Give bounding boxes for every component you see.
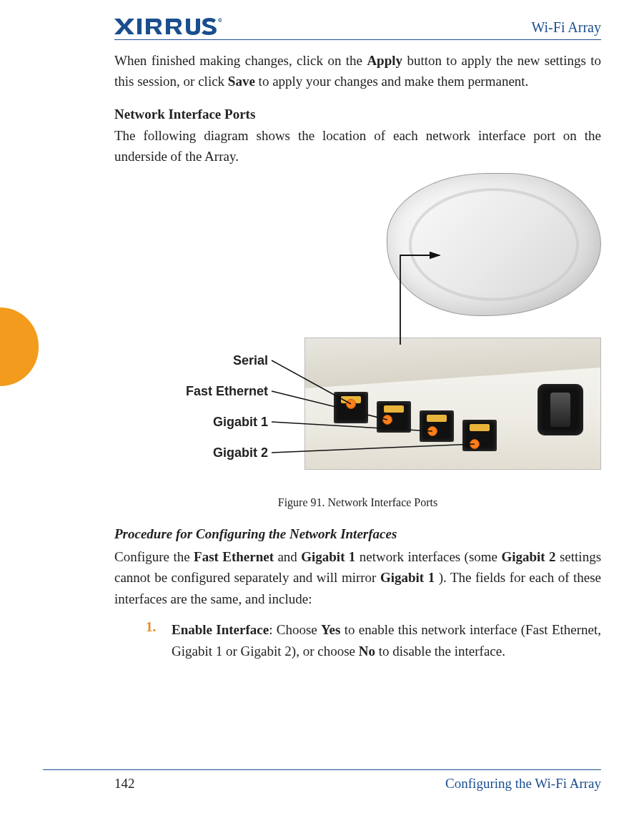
port-gigabit-2 [462,420,497,451]
text: and [277,549,301,564]
figure-caption: Figure 91. Network Interface Ports [114,496,601,509]
section-title: Configuring the Wi-Fi Array [445,776,601,792]
apply-label: Apply [367,53,402,68]
callout-dot-serial [346,399,356,409]
text-bold: Yes [321,622,340,637]
brand-logo: R [114,17,222,39]
text-bold: Gigabit 1 [380,570,435,585]
text: network interfaces (some [360,549,502,564]
section-heading-ports: Network Interface Ports [114,107,601,122]
page-number: 142 [114,776,135,792]
text: When finished making changes, click on t… [114,53,367,68]
section-heading-procedure: Procedure for Configuring the Network In… [114,526,601,542]
callout-dot-gigabit-1 [427,426,437,436]
list-number: 1. [146,619,160,661]
callout-dot-gigabit-2 [470,439,480,449]
procedure-paragraph: Configure the Fast Ethernet and Gigabit … [114,546,601,609]
device-top-illustration [387,173,601,316]
text-bold: No [359,644,375,659]
svg-marker-0 [114,19,134,34]
header-title: Wi-Fi Array [531,19,601,36]
footer: 142 Configuring the Wi-Fi Array [43,769,601,792]
section-tab [0,307,39,386]
text: to disable the interface. [375,644,505,659]
label-serial: Serial [114,353,268,368]
text-bold: Enable Interface [172,622,269,637]
numbered-list: 1. Enable Interface: Choose Yes to enabl… [146,619,601,661]
xirrus-logo-icon: R [114,17,222,36]
intro-paragraph: When finished making changes, click on t… [114,50,601,92]
text-bold: Gigabit 1 [301,549,355,564]
save-label: Save [228,74,255,89]
label-gigabit-1: Gigabit 1 [114,415,268,430]
list-text: Enable Interface: Choose Yes to enable t… [172,619,601,661]
content: When finished making changes, click on t… [114,50,601,661]
power-switch [538,384,583,435]
page: R Wi-Fi Array When finished making chang… [0,0,644,813]
header-bar: R Wi-Fi Array [114,16,601,40]
label-gigabit-2: Gigabit 2 [114,445,268,460]
callout-dot-fast-ethernet [382,415,392,425]
svg-rect-1 [137,19,142,34]
port-gigabit-1 [420,410,454,442]
port-fast-ethernet [377,401,411,433]
text: Configure the [114,549,194,564]
ports-paragraph: The following diagram shows the location… [114,125,601,167]
svg-text:R: R [219,19,221,22]
text: : Choose [269,622,321,637]
text: to apply your changes and make them perm… [259,74,529,89]
label-fast-ethernet: Fast Ethernet [114,384,268,399]
figure-ports: Serial Fast Ethernet Gigabit 1 Gigabit 2 [114,173,601,495]
list-item: 1. Enable Interface: Choose Yes to enabl… [146,619,601,661]
text-bold: Gigabit 2 [501,549,555,564]
text-bold: Fast Ethernet [194,549,274,564]
